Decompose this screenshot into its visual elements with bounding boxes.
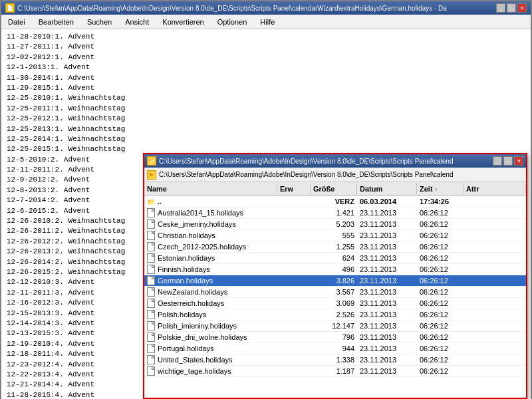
file-ext-cell — [277, 332, 311, 342]
file-attr-cell — [464, 219, 526, 229]
menu-item-suchen[interactable]: Suchen — [83, 17, 116, 27]
explorer-minimize-button[interactable]: _ — [493, 156, 502, 166]
file-icon — [147, 366, 155, 376]
explorer-window: 📁 C:\Users\Stefan\AppData\Roaming\Adobe\… — [143, 153, 527, 399]
main-title-bar: 📄 C:\Users\Stefan\AppData\Roaming\Adobe\… — [1, 1, 531, 15]
file-date-cell: 23.11.2013 — [357, 230, 417, 241]
file-row[interactable]: Australia2014_15.holidays1.42123.11.2013… — [144, 207, 526, 219]
file-ext-cell — [277, 366, 311, 376]
file-time-cell: 06:26:12 — [417, 321, 464, 331]
menu-item-optionen[interactable]: Optionen — [213, 17, 251, 27]
file-row[interactable]: Ceske_jmeniny.holidays5.20323.11.201306:… — [144, 219, 526, 230]
file-time-cell: 06:26:12 — [417, 298, 464, 309]
file-icon — [147, 332, 155, 342]
file-date-cell: 23.11.2013 — [357, 219, 417, 229]
file-name-cell: United_States.holidays — [144, 354, 277, 365]
col-header-ext[interactable]: Erw — [277, 184, 311, 194]
file-time-cell: 06:26:12 — [417, 230, 464, 241]
file-icon — [147, 276, 155, 285]
text-line: 12-25-2011:1. Weihnachtstag — [7, 104, 525, 114]
file-name-cell: Polish.holidays — [144, 309, 277, 320]
file-date-cell: 23.11.2013 — [357, 354, 417, 365]
text-line: 12-1-2013:1. Advent — [7, 63, 525, 72]
minimize-button[interactable]: _ — [496, 3, 505, 13]
file-attr-cell — [464, 241, 526, 252]
file-size-cell: 944 — [311, 343, 357, 354]
explorer-title-left: 📁 C:\Users\Stefan\AppData\Roaming\Adobe\… — [147, 156, 453, 166]
file-row[interactable]: Oesterreich.holidays3.06923.11.201306:26… — [144, 298, 526, 309]
file-row[interactable]: United_States.holidays1.33823.11.201306:… — [144, 354, 526, 366]
file-time-cell: 06:26:12 — [417, 207, 464, 218]
explorer-title-bar: 📁 C:\Users\Stefan\AppData\Roaming\Adobe\… — [144, 154, 526, 168]
file-attr-cell — [464, 287, 526, 297]
file-row[interactable]: Estonian.holidays62423.11.201306:26:12 — [144, 253, 526, 264]
menu-item-bearbeiten[interactable]: Bearbeiten — [35, 17, 78, 27]
file-icon — [147, 265, 155, 274]
file-list[interactable]: 📁..VERZ06.03.201417:34:26Australia2014_1… — [144, 196, 526, 399]
file-attr-cell — [464, 332, 526, 342]
main-window-title: C:\Users\Stefan\AppData\Roaming\Adobe\In… — [17, 5, 447, 12]
file-row[interactable]: 📁..VERZ06.03.201417:34:26 — [144, 196, 526, 207]
col-header-date[interactable]: Datum — [357, 184, 417, 194]
file-row[interactable]: Christian.holidays55523.11.201306:26:12 — [144, 230, 526, 241]
text-line: 12-25-2013:1. Weihnachtstag — [7, 124, 525, 134]
file-row[interactable]: Polish.holidays2.52623.11.201306:26:12 — [144, 309, 526, 321]
explorer-maximize-button[interactable]: □ — [503, 156, 513, 166]
file-name-cell: Polskie_dni_wolne.holidays — [144, 332, 277, 342]
file-name-text: Ceske_jmeniny.holidays — [158, 220, 236, 228]
file-ext-cell — [277, 343, 311, 354]
file-size-cell: 1.338 — [311, 354, 357, 365]
file-row[interactable]: NewZealand.holidays3.56723.11.201306:26:… — [144, 287, 526, 298]
file-row[interactable]: wichtige_tage.holidays1.18723.11.201306:… — [144, 366, 526, 377]
file-row[interactable]: Polish_imieniny.holidays12.14723.11.2013… — [144, 321, 526, 332]
close-button[interactable]: ✕ — [517, 3, 527, 13]
file-name-cell: Portugal.holidays — [144, 343, 277, 354]
file-icon — [147, 287, 155, 297]
text-line: 12-25-2014:1. Weihnachtstag — [7, 134, 525, 144]
explorer-close-button[interactable]: ✕ — [514, 156, 523, 166]
file-name-cell: wichtige_tage.holidays — [144, 366, 277, 376]
maximize-button[interactable]: □ — [507, 3, 516, 13]
file-row[interactable]: German.holidays3.82623.11.201306:26:12 — [144, 275, 526, 287]
file-name-cell: Finnish.holidays — [144, 264, 277, 275]
col-header-attr[interactable]: Attr — [464, 184, 526, 194]
file-row[interactable]: Finnish.holidays49623.11.201306:26:12 — [144, 264, 526, 275]
col-header-time[interactable]: Zeit ↑ — [417, 184, 464, 194]
file-ext-cell — [277, 230, 311, 241]
file-row[interactable]: Portugal.holidays94423.11.201306:26:12 — [144, 343, 526, 354]
file-size-cell: 555 — [311, 230, 357, 241]
address-text: C:\Users\Stefan\AppData\Roaming\Adobe\In… — [159, 171, 453, 178]
file-time-cell: 06:26:12 — [417, 219, 464, 229]
file-time-cell: 06:26:12 — [417, 343, 464, 354]
explorer-title-buttons: _ □ ✕ — [493, 156, 523, 166]
col-header-name[interactable]: Name — [144, 184, 277, 194]
file-attr-cell — [464, 253, 526, 263]
file-date-cell: 23.11.2013 — [357, 253, 417, 263]
file-time-cell: 06:26:12 — [417, 287, 464, 297]
file-name-cell: Australia2014_15.holidays — [144, 207, 277, 218]
file-row[interactable]: Polskie_dni_wolne.holidays79623.11.20130… — [144, 332, 526, 343]
menu-item-ansicht[interactable]: Ansicht — [121, 17, 153, 27]
file-ext-cell — [277, 207, 311, 218]
menu-bar: DateiBearbeitenSuchenAnsichtKonvertieren… — [1, 15, 531, 29]
file-date-cell: 23.11.2013 — [357, 332, 417, 342]
text-line: 12-02-2012:1. Advent — [7, 53, 525, 63]
menu-item-hilfe[interactable]: Hilfe — [256, 17, 279, 27]
title-bar-icon: 📄 — [5, 3, 15, 13]
col-header-size[interactable]: Größe — [311, 184, 357, 194]
file-name-text: Finnish.holidays — [158, 265, 210, 273]
file-date-cell: 23.11.2013 — [357, 275, 417, 286]
file-size-cell: 496 — [311, 264, 357, 275]
folder-up-icon: 📁 — [147, 198, 155, 205]
file-attr-cell — [464, 354, 526, 365]
file-attr-cell — [464, 343, 526, 354]
menu-item-konvertieren[interactable]: Konvertieren — [158, 17, 207, 27]
file-size-cell: VERZ — [311, 196, 357, 207]
file-icon — [147, 355, 155, 364]
file-name-text: Australia2014_15.holidays — [158, 209, 243, 217]
file-attr-cell — [464, 196, 526, 207]
file-name-cell: 📁.. — [144, 196, 277, 207]
file-attr-cell — [464, 298, 526, 309]
menu-item-datei[interactable]: Datei — [4, 17, 29, 27]
file-row[interactable]: Czech_2012-2025.holidays1.25523.11.20130… — [144, 241, 526, 253]
